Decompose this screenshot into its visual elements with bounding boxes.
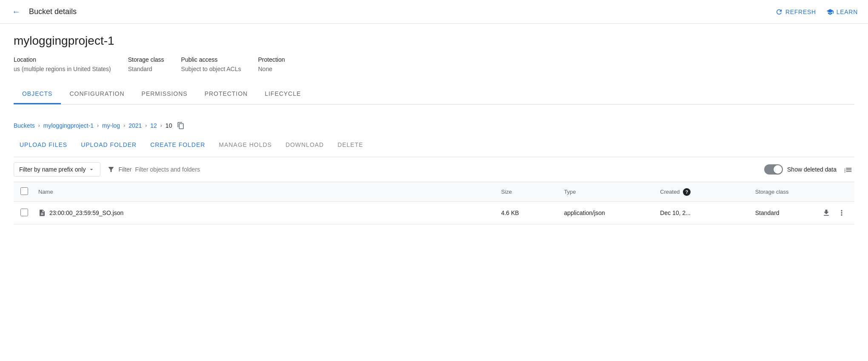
- filter-right: Show deleted data: [764, 163, 854, 176]
- back-icon: ←: [12, 7, 20, 17]
- row-size: 4.6 KB: [494, 202, 557, 224]
- learn-icon: [826, 8, 834, 16]
- table-body: 23:00:00_23:59:59_SO.json 4.6 KB applica…: [14, 202, 854, 224]
- file-icon: [38, 209, 46, 217]
- row-storage-class: Standard: [748, 202, 814, 224]
- breadcrumb-sep-2: ›: [97, 123, 99, 129]
- location-label: Location: [14, 56, 111, 63]
- bucket-name: myloggingproject-1: [14, 34, 854, 48]
- filter-icon-area: Filter: [107, 166, 131, 173]
- bucket-meta: Location us (multiple regions in United …: [14, 56, 854, 72]
- show-deleted-toggle-container: Show deleted data: [764, 164, 837, 175]
- toggle-thumb: [774, 165, 782, 174]
- breadcrumb-sep-4: ›: [145, 123, 147, 129]
- storage-class-label: Storage class: [128, 56, 164, 63]
- density-button[interactable]: [842, 163, 854, 176]
- filter-prefix-label: Filter by name prefix only: [19, 166, 86, 173]
- created-info-icon[interactable]: ?: [683, 188, 691, 196]
- objects-table: Name Size Type Created ? Storage class: [14, 182, 854, 224]
- objects-table-container: Name Size Type Created ? Storage class: [14, 182, 854, 224]
- th-actions: [814, 182, 854, 202]
- toggle-track: [764, 164, 783, 175]
- filter-label: Filter: [118, 166, 131, 173]
- public-access-value: Subject to object ACLs: [181, 66, 241, 72]
- breadcrumb-10: 10: [166, 122, 172, 129]
- table-header-row: Name Size Type Created ? Storage class: [14, 182, 854, 202]
- copy-path-icon[interactable]: [177, 122, 185, 129]
- meta-protection: Protection None: [258, 56, 285, 72]
- page-header: ← Bucket details REFRESH LEARN: [0, 0, 868, 24]
- row-more-button[interactable]: [836, 207, 848, 219]
- tab-objects[interactable]: OBJECTS: [14, 84, 61, 104]
- show-deleted-toggle[interactable]: [764, 164, 783, 175]
- row-actions-cell: [814, 202, 854, 224]
- table-row: 23:00:00_23:59:59_SO.json 4.6 KB applica…: [14, 202, 854, 224]
- breadcrumb-sep-1: ›: [38, 123, 40, 129]
- meta-public-access: Public access Subject to object ACLs: [181, 56, 241, 72]
- breadcrumb-sep-5: ›: [160, 123, 162, 129]
- refresh-button[interactable]: REFRESH: [775, 8, 816, 16]
- tab-configuration[interactable]: CONFIGURATION: [61, 84, 133, 104]
- location-value: us (multiple regions in United States): [14, 66, 111, 72]
- protection-value: None: [258, 66, 285, 72]
- tab-lifecycle[interactable]: LIFECYCLE: [256, 84, 309, 104]
- row-checkbox-cell: [14, 202, 31, 224]
- row-download-button[interactable]: [820, 207, 832, 219]
- show-deleted-label: Show deleted data: [787, 166, 837, 173]
- filter-icon: [107, 166, 115, 173]
- th-name: Name: [31, 182, 494, 202]
- more-vert-icon: [837, 209, 846, 217]
- th-select-all: [14, 182, 31, 202]
- th-size: Size: [494, 182, 557, 202]
- meta-storage-class: Storage class Standard: [128, 56, 164, 72]
- refresh-icon: [775, 8, 783, 16]
- breadcrumb-sep-3: ›: [123, 123, 125, 129]
- download-icon: [822, 209, 831, 217]
- storage-class-value: Standard: [128, 66, 164, 72]
- delete-button[interactable]: DELETE: [331, 138, 369, 152]
- th-storage-class: Storage class: [748, 182, 814, 202]
- filter-input[interactable]: [135, 166, 764, 173]
- download-button[interactable]: DOWNLOAD: [280, 138, 330, 152]
- main-content: myloggingproject-1 Location us (multiple…: [0, 24, 868, 115]
- breadcrumb-mylog[interactable]: my-log: [102, 122, 120, 129]
- th-created: Created ?: [653, 182, 748, 202]
- row-type: application/json: [557, 202, 653, 224]
- chevron-down-icon: [88, 166, 95, 173]
- row-name: 23:00:00_23:59:59_SO.json: [49, 209, 123, 216]
- density-icon: [843, 165, 853, 174]
- page-title: Bucket details: [29, 7, 77, 16]
- public-access-label: Public access: [181, 56, 241, 63]
- back-button[interactable]: ←: [10, 5, 22, 18]
- header-right: REFRESH LEARN: [775, 8, 858, 16]
- refresh-label: REFRESH: [785, 9, 816, 15]
- create-folder-button[interactable]: CREATE FOLDER: [144, 138, 211, 152]
- learn-button[interactable]: LEARN: [826, 8, 858, 16]
- upload-folder-button[interactable]: UPLOAD FOLDER: [75, 138, 143, 152]
- th-type: Type: [557, 182, 653, 202]
- breadcrumb-buckets[interactable]: Buckets: [14, 122, 35, 129]
- manage-holds-button[interactable]: MANAGE HOLDS: [213, 138, 278, 152]
- breadcrumb: Buckets › myloggingproject-1 › my-log › …: [14, 115, 854, 135]
- breadcrumb-project[interactable]: myloggingproject-1: [43, 122, 94, 129]
- tab-bar: OBJECTS CONFIGURATION PERMISSIONS PROTEC…: [14, 84, 854, 105]
- filter-prefix-dropdown[interactable]: Filter by name prefix only: [14, 162, 100, 177]
- meta-location: Location us (multiple regions in United …: [14, 56, 111, 72]
- breadcrumb-12[interactable]: 12: [150, 122, 157, 129]
- tab-permissions[interactable]: PERMISSIONS: [133, 84, 196, 104]
- select-all-checkbox[interactable]: [20, 187, 28, 195]
- protection-label: Protection: [258, 56, 285, 63]
- browser-section: Buckets › myloggingproject-1 › my-log › …: [0, 115, 868, 224]
- row-select-checkbox[interactable]: [20, 209, 28, 216]
- breadcrumb-2021[interactable]: 2021: [128, 122, 142, 129]
- tab-protection[interactable]: PROTECTION: [196, 84, 257, 104]
- action-bar: UPLOAD FILES UPLOAD FOLDER CREATE FOLDER…: [14, 135, 854, 157]
- filter-bar: Filter by name prefix only Filter Show d…: [14, 157, 854, 182]
- upload-files-button[interactable]: UPLOAD FILES: [14, 138, 73, 152]
- learn-label: LEARN: [837, 9, 858, 15]
- header-left: ← Bucket details: [10, 5, 77, 18]
- row-name-cell: 23:00:00_23:59:59_SO.json: [31, 202, 494, 224]
- row-created: Dec 10, 2...: [653, 202, 748, 224]
